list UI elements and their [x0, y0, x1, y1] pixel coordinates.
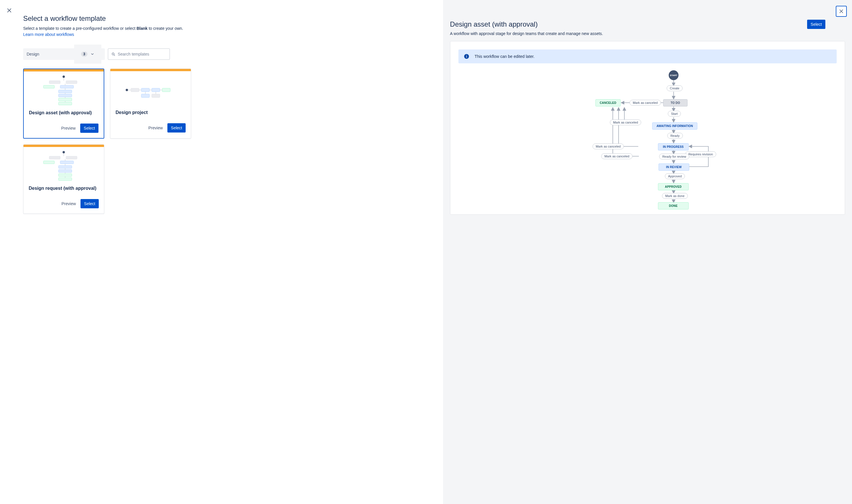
svg-rect-23: [152, 88, 160, 92]
transition-create: Create: [667, 85, 682, 91]
template-cards: Design asset (with approval) Preview Sel…: [23, 69, 432, 214]
svg-rect-36: [58, 165, 72, 168]
search-container[interactable]: [108, 48, 170, 60]
info-icon: [464, 54, 469, 59]
transition-requires-revision: Requires revision: [685, 151, 716, 157]
transition-mark-canceled-1: Mark as canceled: [630, 100, 661, 106]
svg-rect-9: [58, 94, 72, 97]
card-accent-bar: [110, 69, 191, 71]
transition-ready-for-review: Ready for review: [659, 154, 690, 159]
select-button[interactable]: Select: [168, 123, 186, 132]
svg-rect-10: [58, 98, 72, 101]
transition-mark-done: Mark as done: [662, 193, 688, 199]
workflow-thumbnail-icon: [122, 78, 179, 102]
card-title: Design project: [116, 110, 186, 115]
preview-description: A workflow with approval stage for desig…: [450, 31, 845, 36]
status-awaiting: AWAITING INFORMATION: [652, 122, 697, 130]
workflow-thumbnail-icon: [38, 150, 90, 182]
card-thumb: [110, 71, 191, 109]
close-left-button[interactable]: [5, 6, 14, 15]
svg-rect-35: [60, 161, 73, 164]
status-approved: APPROVED: [658, 183, 689, 191]
info-banner: This workflow can be edited later.: [458, 50, 837, 64]
status-todo: TO DO: [663, 99, 688, 106]
template-card-design-asset[interactable]: Design asset (with approval) Preview Sel…: [23, 69, 104, 139]
svg-rect-32: [49, 156, 60, 159]
svg-rect-26: [141, 94, 150, 97]
status-in-review: IN REVIEW: [659, 163, 689, 171]
template-card-design-project[interactable]: Design project Preview Select: [110, 69, 191, 139]
svg-rect-38: [58, 174, 72, 177]
status-in-progress: IN PROGRESS: [658, 143, 689, 150]
svg-rect-6: [44, 85, 54, 88]
search-input[interactable]: [118, 52, 167, 56]
svg-rect-11: [58, 102, 72, 105]
svg-rect-19: [131, 88, 139, 92]
svg-point-0: [112, 53, 114, 55]
svg-point-17: [126, 89, 128, 91]
close-icon: [839, 9, 844, 14]
preview-button[interactable]: Preview: [145, 123, 166, 132]
svg-rect-46: [466, 56, 467, 58]
svg-rect-25: [162, 88, 170, 92]
page-title: Select a workflow template: [23, 15, 432, 22]
select-button[interactable]: Select: [81, 199, 99, 208]
svg-rect-4: [49, 81, 60, 84]
transition-start: Start: [668, 111, 681, 116]
category-label: Design: [27, 52, 39, 56]
svg-point-2: [63, 75, 65, 78]
right-panel: Design asset (with approval) Select A wo…: [443, 0, 852, 504]
workflow-diagram: START Create CANCELED Mark as canceled T…: [567, 70, 729, 206]
svg-rect-5: [66, 81, 77, 84]
card-title: Design request (with approval): [29, 186, 99, 191]
preview-button[interactable]: Preview: [58, 124, 79, 133]
transition-mark-canceled-4: Mark as canceled: [601, 154, 632, 159]
preview-button[interactable]: Preview: [58, 199, 79, 208]
close-icon: [6, 7, 12, 13]
svg-rect-39: [58, 178, 72, 181]
search-icon: [111, 52, 115, 56]
workflow-thumbnail-icon: [38, 74, 90, 106]
transition-mark-canceled-2: Mark as canceled: [610, 120, 641, 125]
transition-approved: Approved: [665, 173, 685, 179]
preview-title: Design asset (with approval): [450, 20, 538, 28]
card-accent-bar: [24, 69, 104, 71]
info-text: This workflow can be edited later.: [475, 54, 535, 59]
svg-rect-33: [66, 156, 77, 159]
svg-rect-27: [152, 94, 160, 97]
page-subtitle: Select a template to create a pre-config…: [23, 25, 432, 32]
status-start: START: [669, 70, 679, 80]
preview-select-button[interactable]: Select: [807, 20, 825, 29]
svg-point-30: [63, 151, 65, 154]
transition-ready: Ready: [667, 133, 683, 139]
card-accent-bar: [23, 145, 104, 147]
card-title: Design asset (with approval): [29, 110, 99, 115]
card-thumb: [24, 71, 104, 109]
preview-card: This workflow can be edited later.: [450, 41, 845, 215]
svg-rect-21: [141, 88, 150, 92]
svg-rect-8: [58, 90, 72, 93]
category-dropdown[interactable]: Design 3: [23, 48, 105, 60]
svg-line-1: [114, 55, 115, 56]
left-panel: Select a workflow template Select a temp…: [0, 0, 443, 504]
status-canceled: CANCELED: [595, 99, 621, 106]
template-card-design-request[interactable]: Design request (with approval) Preview S…: [23, 144, 104, 214]
card-thumb: [23, 147, 104, 185]
workflow-arrows: [567, 70, 729, 206]
select-button[interactable]: Select: [80, 124, 99, 133]
learn-more-link[interactable]: Learn more about workflows: [23, 32, 74, 37]
svg-rect-37: [58, 169, 72, 173]
category-count-badge: 3: [81, 52, 88, 57]
svg-rect-34: [44, 161, 54, 164]
transition-mark-canceled-3: Mark as canceled: [592, 144, 624, 149]
status-done: DONE: [658, 202, 689, 210]
close-preview-button[interactable]: [836, 6, 847, 17]
chevron-down-icon: [90, 52, 94, 56]
svg-rect-47: [466, 55, 467, 56]
svg-rect-7: [60, 85, 73, 88]
